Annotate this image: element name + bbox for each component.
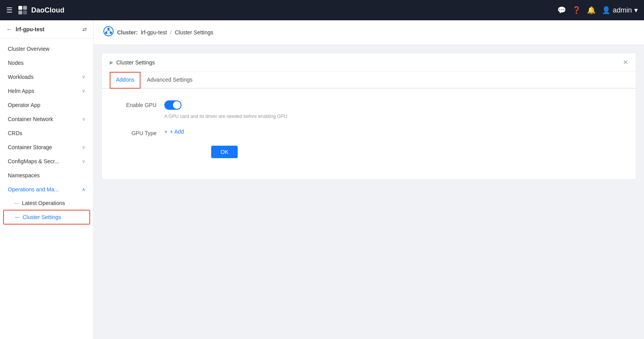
- user-name: admin: [613, 6, 632, 14]
- container-storage-label: Container Storage: [8, 144, 52, 150]
- latest-operations-label: Latest Operations: [22, 200, 65, 206]
- sidebar-cluster-name: lrf-gpu-test: [16, 26, 44, 32]
- breadcrumb-label: Cluster:: [117, 29, 138, 36]
- workloads-label: Workloads: [8, 74, 34, 80]
- chat-icon[interactable]: 💬: [557, 6, 566, 14]
- sidebar-item-configmaps-secrets[interactable]: ConfigMaps & Secr... ∨: [0, 154, 93, 168]
- sidebar-item-container-network[interactable]: Container Network ∨: [0, 112, 93, 126]
- breadcrumb-separator: /: [170, 29, 172, 36]
- sidebar-item-operator-app[interactable]: Operator App: [0, 98, 93, 112]
- sidebar-sub-item-cluster-settings[interactable]: — Cluster Settings: [3, 210, 90, 225]
- svg-rect-2: [18, 11, 22, 14]
- sidebar-item-namespaces[interactable]: Namespaces: [0, 168, 93, 182]
- panel-expand-icon: ▶: [110, 60, 113, 65]
- svg-line-8: [106, 30, 109, 32]
- close-icon[interactable]: ✕: [623, 59, 628, 66]
- gpu-type-control: + + Add: [164, 128, 184, 135]
- sidebar-item-workloads[interactable]: Workloads ∨: [0, 70, 93, 84]
- enable-gpu-control: A GPU card and its driver are needed bef…: [164, 100, 288, 119]
- helm-apps-label: Helm Apps: [8, 88, 34, 94]
- form-area: Enable GPU A GPU card and its driver are…: [102, 89, 636, 179]
- svg-line-9: [109, 30, 111, 32]
- ok-row: OK: [164, 146, 620, 158]
- main-layout: ← lrf-gpu-test ⇄ Cluster Overview Nodes …: [0, 20, 644, 339]
- enable-gpu-row: Enable GPU A GPU card and its driver are…: [117, 100, 620, 119]
- tab-addons[interactable]: Addons: [110, 72, 141, 89]
- breadcrumb-cluster: lrf-gpu-test: [141, 29, 167, 36]
- svg-rect-3: [23, 11, 27, 14]
- panel-title-row: ▶ Cluster Settings: [110, 59, 155, 66]
- toggle-thumb: [173, 101, 181, 109]
- add-icon: +: [164, 128, 167, 135]
- sidebar-sub-item-latest-operations[interactable]: — Latest Operations: [0, 196, 93, 210]
- tab-advanced-settings[interactable]: Advanced Settings: [141, 72, 199, 89]
- enable-gpu-hint: A GPU card and its driver are needed bef…: [164, 114, 288, 119]
- namespaces-label: Namespaces: [8, 172, 40, 178]
- configmaps-chevron: ∨: [82, 159, 85, 164]
- ok-button[interactable]: OK: [211, 146, 238, 158]
- help-icon[interactable]: ❓: [572, 6, 581, 14]
- operations-label: Operations and Ma...: [8, 186, 59, 193]
- cluster-icon: [103, 26, 114, 39]
- sidebar-header: ← lrf-gpu-test ⇄: [0, 20, 93, 39]
- enable-gpu-toggle[interactable]: [164, 100, 181, 110]
- container-storage-chevron: ∨: [82, 145, 85, 150]
- add-gpu-type-button[interactable]: + + Add: [164, 128, 184, 135]
- content-area: Cluster: lrf-gpu-test / Cluster Settings…: [94, 20, 644, 339]
- sidebar-header-left: ← lrf-gpu-test: [6, 26, 44, 33]
- svg-rect-0: [18, 6, 22, 10]
- hamburger-icon[interactable]: ☰: [6, 6, 12, 14]
- latest-ops-dash: —: [14, 200, 19, 206]
- svg-point-5: [107, 28, 110, 30]
- operator-app-label: Operator App: [8, 102, 40, 108]
- sidebar-item-nodes[interactable]: Nodes: [0, 56, 93, 70]
- breadcrumb-bar: Cluster: lrf-gpu-test / Cluster Settings: [94, 20, 644, 45]
- user-dropdown-icon: ▾: [634, 6, 638, 14]
- breadcrumb-current: Cluster Settings: [175, 29, 213, 36]
- gpu-type-label: GPU Type: [117, 128, 157, 136]
- sidebar: ← lrf-gpu-test ⇄ Cluster Overview Nodes …: [0, 20, 94, 339]
- svg-point-7: [110, 32, 112, 34]
- user-avatar-icon: 👤: [602, 6, 610, 14]
- workloads-chevron: ∨: [82, 74, 85, 80]
- crds-label: CRDs: [8, 130, 22, 136]
- sidebar-item-container-storage[interactable]: Container Storage ∨: [0, 140, 93, 154]
- helm-apps-chevron: ∨: [82, 88, 85, 94]
- configmaps-label: ConfigMaps & Secr...: [8, 158, 59, 164]
- enable-gpu-label: Enable GPU: [117, 100, 157, 108]
- sidebar-item-helm-apps[interactable]: Helm Apps ∨: [0, 84, 93, 98]
- nav-left: ☰ DaoCloud: [6, 5, 64, 16]
- brand-logo: DaoCloud: [17, 5, 64, 16]
- cluster-settings-dash: —: [15, 214, 20, 220]
- svg-rect-1: [23, 6, 27, 10]
- page-content: ▶ Cluster Settings ✕ Addons Advanced Set…: [94, 45, 644, 339]
- operations-chevron: ∧: [82, 187, 85, 192]
- gpu-type-row: GPU Type + + Add: [117, 128, 620, 136]
- brand-name: DaoCloud: [31, 6, 64, 14]
- container-network-chevron: ∨: [82, 116, 85, 122]
- bell-icon[interactable]: 🔔: [587, 6, 596, 14]
- settings-panel-header[interactable]: ▶ Cluster Settings ✕: [102, 53, 636, 72]
- logo-icon: [17, 5, 28, 16]
- nav-right: 💬 ❓ 🔔 👤 admin ▾: [557, 6, 638, 14]
- nodes-label: Nodes: [8, 60, 23, 66]
- back-icon[interactable]: ←: [6, 26, 12, 33]
- top-navigation: ☰ DaoCloud 💬 ❓ 🔔 👤 admin ▾: [0, 0, 644, 20]
- sidebar-item-operations[interactable]: Operations and Ma... ∧: [0, 182, 93, 196]
- panel-title: Cluster Settings: [116, 59, 155, 66]
- settings-panel: ▶ Cluster Settings ✕ Addons Advanced Set…: [101, 53, 636, 180]
- container-network-label: Container Network: [8, 116, 53, 122]
- cluster-overview-label: Cluster Overview: [8, 46, 50, 52]
- sidebar-item-cluster-overview[interactable]: Cluster Overview: [0, 42, 93, 56]
- user-menu[interactable]: 👤 admin ▾: [602, 6, 638, 14]
- sidebar-item-crds[interactable]: CRDs: [0, 126, 93, 140]
- svg-point-6: [105, 32, 107, 34]
- refresh-icon[interactable]: ⇄: [82, 26, 87, 32]
- sidebar-nav: Cluster Overview Nodes Workloads ∨ Helm …: [0, 39, 93, 228]
- cluster-settings-label: Cluster Settings: [23, 214, 61, 220]
- tabs-row: Addons Advanced Settings: [102, 72, 636, 89]
